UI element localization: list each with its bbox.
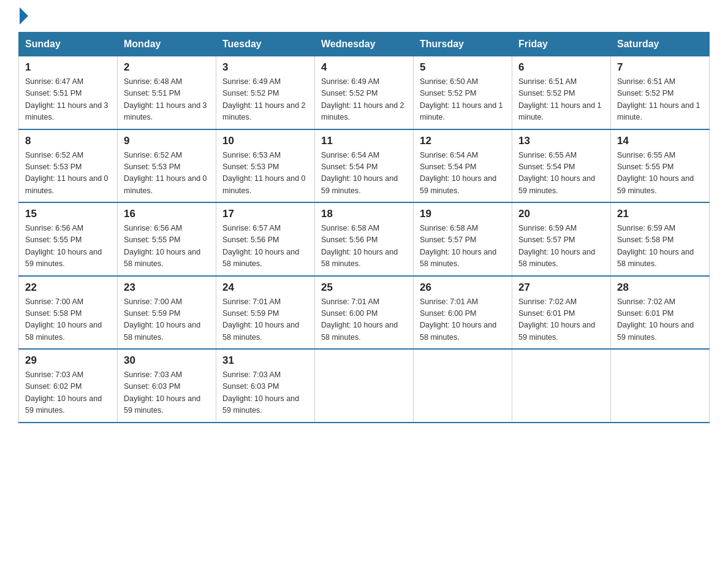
sunrise-time: 6:52 AM (154, 151, 182, 159)
sunrise-label: Sunrise: (124, 151, 154, 159)
sunrise-label: Sunrise: (617, 77, 647, 86)
daylight-label: Daylight: (124, 321, 156, 329)
sunset-label: Sunset: (617, 236, 645, 244)
day-number: 3 (222, 61, 308, 74)
sunset-time: 5:51 PM (152, 89, 181, 98)
daylight-label: Daylight: (420, 321, 452, 329)
day-info: Sunrise: 6:57 AM Sunset: 5:56 PM Dayligh… (222, 223, 308, 270)
sunset-time: 6:01 PM (645, 309, 674, 318)
day-number: 17 (222, 208, 308, 220)
sunset-time: 5:55 PM (53, 236, 82, 244)
sunrise-label: Sunrise: (25, 224, 55, 232)
daylight-label: Daylight: (518, 321, 550, 329)
day-header-thursday: Thursday (414, 33, 512, 56)
day-info: Sunrise: 6:56 AM Sunset: 5:55 PM Dayligh… (124, 223, 210, 270)
logo (18, 12, 28, 20)
sunrise-label: Sunrise: (420, 151, 450, 159)
sunset-label: Sunset: (420, 89, 448, 98)
sunrise-label: Sunrise: (518, 224, 548, 232)
daylight-label: Daylight: (222, 174, 254, 183)
sunrise-time: 6:49 AM (252, 77, 281, 86)
day-number: 27 (518, 282, 604, 294)
daylight-label: Daylight: (420, 101, 452, 110)
daylight-label: Daylight: (25, 248, 57, 256)
sunrise-time: 6:58 AM (351, 224, 379, 232)
day-info: Sunrise: 7:03 AM Sunset: 6:03 PM Dayligh… (222, 369, 308, 417)
daylight-label: Daylight: (222, 101, 254, 110)
daylight-label: Daylight: (321, 174, 353, 183)
sunrise-time: 6:59 AM (647, 224, 675, 232)
day-header-friday: Friday (512, 33, 611, 56)
sunrise-time: 6:58 AM (450, 224, 478, 232)
day-info: Sunrise: 6:49 AM Sunset: 5:52 PM Dayligh… (321, 76, 407, 124)
calendar-cell: 22 Sunrise: 7:00 AM Sunset: 5:58 PM Dayl… (19, 276, 118, 350)
day-info: Sunrise: 6:55 AM Sunset: 5:54 PM Dayligh… (518, 150, 604, 197)
sunset-time: 5:54 PM (448, 163, 477, 171)
sunrise-time: 6:59 AM (548, 224, 577, 232)
day-number: 8 (25, 135, 111, 147)
calendar-cell: 20 Sunrise: 6:59 AM Sunset: 5:57 PM Dayl… (512, 202, 611, 276)
sunrise-time: 7:03 AM (252, 370, 281, 379)
sunset-time: 5:54 PM (349, 163, 378, 171)
sunrise-label: Sunrise: (222, 370, 252, 379)
calendar-cell: 16 Sunrise: 6:56 AM Sunset: 5:55 PM Dayl… (118, 202, 216, 276)
calendar-cell: 18 Sunrise: 6:58 AM Sunset: 5:56 PM Dayl… (315, 202, 414, 276)
sunrise-time: 6:51 AM (647, 77, 675, 86)
sunset-time: 5:58 PM (53, 309, 82, 318)
day-info: Sunrise: 7:02 AM Sunset: 6:01 PM Dayligh… (518, 296, 604, 344)
calendar-cell: 6 Sunrise: 6:51 AM Sunset: 5:52 PM Dayli… (512, 56, 611, 129)
day-info: Sunrise: 7:01 AM Sunset: 6:00 PM Dayligh… (420, 296, 506, 344)
sunset-label: Sunset: (222, 236, 251, 244)
sunrise-time: 6:54 AM (450, 151, 478, 159)
calendar-cell: 19 Sunrise: 6:58 AM Sunset: 5:57 PM Dayl… (414, 202, 512, 276)
sunset-label: Sunset: (321, 89, 349, 98)
calendar-cell: 1 Sunrise: 6:47 AM Sunset: 5:51 PM Dayli… (19, 56, 118, 129)
day-info: Sunrise: 6:59 AM Sunset: 5:58 PM Dayligh… (617, 223, 703, 270)
day-number: 10 (222, 135, 308, 147)
sunset-time: 6:00 PM (349, 309, 378, 318)
sunset-label: Sunset: (25, 309, 53, 318)
day-number: 19 (420, 208, 506, 220)
daylight-label: Daylight: (124, 394, 156, 403)
day-info: Sunrise: 7:01 AM Sunset: 5:59 PM Dayligh… (222, 296, 308, 344)
calendar-cell: 12 Sunrise: 6:54 AM Sunset: 5:54 PM Dayl… (414, 129, 512, 203)
day-info: Sunrise: 6:49 AM Sunset: 5:52 PM Dayligh… (222, 76, 308, 124)
sunrise-time: 6:56 AM (55, 224, 83, 232)
day-number: 14 (617, 135, 703, 147)
sunset-time: 6:03 PM (251, 382, 279, 391)
daylight-label: Daylight: (222, 248, 254, 256)
calendar-cell: 30 Sunrise: 7:03 AM Sunset: 6:03 PM Dayl… (118, 349, 216, 423)
sunset-time: 5:57 PM (448, 236, 477, 244)
day-number: 11 (321, 135, 407, 147)
sunset-time: 5:57 PM (547, 236, 575, 244)
day-number: 13 (518, 135, 604, 147)
day-info: Sunrise: 6:51 AM Sunset: 5:52 PM Dayligh… (617, 76, 703, 124)
calendar-cell: 31 Sunrise: 7:03 AM Sunset: 6:03 PM Dayl… (216, 349, 315, 423)
sunset-label: Sunset: (222, 309, 251, 318)
daylight-label: Daylight: (124, 248, 156, 256)
day-info: Sunrise: 6:53 AM Sunset: 5:53 PM Dayligh… (222, 150, 308, 197)
daylight-label: Daylight: (222, 394, 254, 403)
sunset-label: Sunset: (222, 382, 251, 391)
day-number: 6 (518, 61, 604, 74)
daylight-label: Daylight: (124, 174, 156, 183)
sunset-time: 5:55 PM (152, 236, 181, 244)
sunset-time: 5:54 PM (547, 163, 575, 171)
calendar-cell: 14 Sunrise: 6:55 AM Sunset: 5:55 PM Dayl… (611, 129, 710, 203)
sunset-time: 5:52 PM (448, 89, 477, 98)
day-number: 18 (321, 208, 407, 220)
sunset-time: 5:51 PM (53, 89, 82, 98)
sunrise-time: 6:54 AM (351, 151, 379, 159)
sunrise-label: Sunrise: (321, 224, 351, 232)
sunrise-label: Sunrise: (222, 77, 252, 86)
sunset-label: Sunset: (25, 163, 53, 171)
sunset-label: Sunset: (617, 163, 645, 171)
sunset-label: Sunset: (25, 236, 53, 244)
day-number: 1 (25, 61, 111, 74)
day-info: Sunrise: 6:51 AM Sunset: 5:52 PM Dayligh… (518, 76, 604, 124)
sunrise-label: Sunrise: (222, 151, 252, 159)
sunset-label: Sunset: (518, 163, 547, 171)
day-number: 22 (25, 282, 111, 294)
sunset-label: Sunset: (420, 236, 448, 244)
day-info: Sunrise: 6:54 AM Sunset: 5:54 PM Dayligh… (420, 150, 506, 197)
